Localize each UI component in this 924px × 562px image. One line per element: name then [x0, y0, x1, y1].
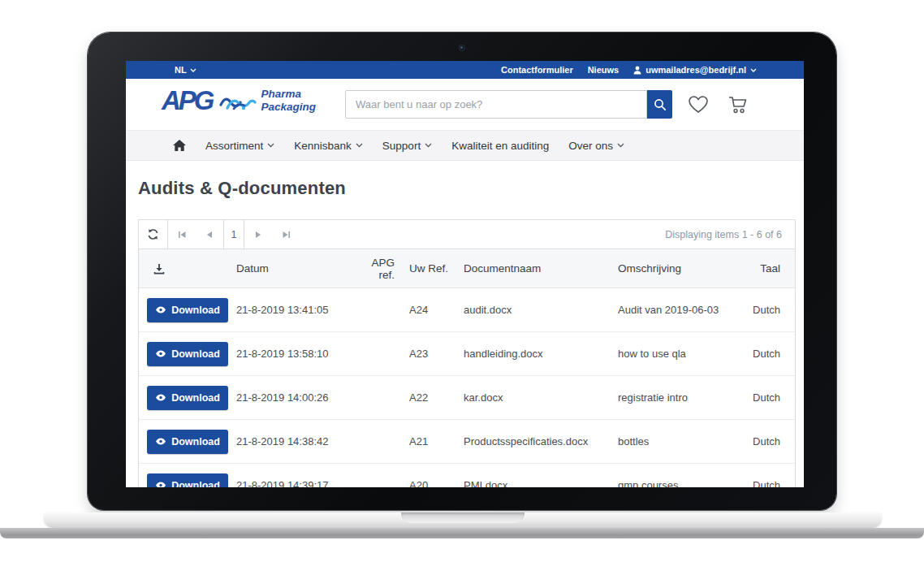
wishlist-button[interactable] — [688, 95, 709, 114]
download-button[interactable]: Download — [147, 386, 228, 410]
webcam — [459, 45, 465, 51]
cell-datum: 21-8-2019 14:00:26 — [236, 391, 354, 404]
dna-helix-icon — [219, 92, 257, 113]
browser-screen: NL Contactformulier Nieuws uwmailadres@b… — [126, 61, 804, 487]
nav-label: Kwaliteit en auditing — [451, 140, 549, 152]
download-button[interactable]: Download — [147, 342, 228, 366]
main-nav: Assortiment Kennisbank Support Kwaliteit… — [126, 130, 804, 161]
cell-taal: Dutch — [752, 435, 795, 447]
search-input[interactable] — [345, 90, 647, 119]
chevron-down-icon — [356, 143, 363, 148]
cell-omschrijving: gmp courses — [618, 479, 752, 487]
download-button-label: Download — [171, 348, 220, 360]
download-button[interactable]: Download — [147, 430, 228, 454]
cell-taal: Dutch — [752, 391, 795, 404]
table-header-row: Datum APG ref. Uw Ref. Documentnaam Omsc… — [139, 249, 795, 288]
next-page-button[interactable] — [244, 220, 272, 249]
documents-table: 1 Displaying items 1 - 6 of 6 Datum APG … — [138, 219, 796, 487]
eye-icon — [155, 438, 166, 445]
nav-item-assortiment[interactable]: Assortiment — [205, 140, 274, 152]
cart-icon — [727, 95, 748, 115]
nav-item-over-ons[interactable]: Over ons — [568, 140, 624, 152]
chevron-down-icon — [190, 68, 196, 72]
table-row: Download 21-8-2019 13:58:10 A23 handleid… — [139, 332, 795, 376]
home-icon — [173, 140, 186, 151]
nav-label: Support — [382, 140, 421, 152]
laptop-mockup: NL Contactformulier Nieuws uwmailadres@b… — [0, 0, 924, 562]
topbar-link-contactformulier[interactable]: Contactformulier — [501, 65, 573, 75]
eye-icon — [155, 306, 166, 313]
cell-documentnaam: PMI.docx — [464, 479, 618, 487]
laptop-base-edge — [0, 528, 924, 538]
cell-taal: Dutch — [752, 348, 795, 360]
chevron-down-icon — [425, 143, 432, 148]
table-row: Download 21-8-2019 14:39:17 A20 PMI.docx… — [139, 464, 795, 487]
first-page-button[interactable] — [168, 220, 196, 249]
logo-wordmark: APG — [162, 87, 213, 114]
page-number[interactable]: 1 — [223, 220, 244, 249]
download-button-label: Download — [171, 480, 220, 488]
cell-documentnaam: kar.docx — [464, 391, 618, 404]
column-header-omschrijving[interactable]: Omschrijving — [618, 262, 752, 275]
account-email: uwmailadres@bedrijf.nl — [646, 65, 746, 75]
chevron-down-icon — [750, 68, 757, 72]
topbar-link-nieuws[interactable]: Nieuws — [588, 65, 620, 75]
cell-taal: Dutch — [752, 479, 795, 487]
download-button[interactable]: Download — [147, 473, 228, 488]
download-button-label: Download — [171, 305, 220, 316]
cell-uw-ref: A20 — [395, 479, 464, 487]
cell-datum: 21-8-2019 14:39:17 — [236, 479, 354, 487]
account-menu[interactable]: uwmailadres@bedrijf.nl — [633, 65, 757, 75]
eye-icon — [155, 350, 166, 357]
column-header-documentnaam[interactable]: Documentnaam — [464, 262, 618, 275]
nav-item-kwaliteit-en-auditing[interactable]: Kwaliteit en auditing — [451, 140, 549, 152]
logo-tagline-line2: Packaging — [261, 101, 317, 113]
table-row: Download 21-8-2019 14:00:26 A22 kar.docx… — [139, 376, 795, 420]
download-button-label: Download — [171, 436, 220, 447]
logo-tagline-line1: Pharma — [261, 88, 302, 100]
nav-label: Over ons — [568, 140, 613, 152]
download-button[interactable]: Download — [147, 298, 228, 322]
cell-datum: 21-8-2019 13:41:05 — [236, 304, 354, 316]
download-button-label: Download — [171, 392, 220, 404]
nav-item-support[interactable]: Support — [382, 140, 432, 152]
site-header: APG Pharma Packaging — [126, 79, 804, 130]
prev-page-button[interactable] — [196, 220, 223, 249]
download-column-icon-cell — [139, 263, 236, 275]
column-header-uw-ref[interactable]: Uw Ref. — [395, 262, 464, 275]
cell-omschrijving: Audit van 2019-06-03 — [618, 304, 752, 316]
cell-datum: 21-8-2019 13:58:10 — [236, 348, 354, 360]
chevron-down-icon — [617, 143, 624, 148]
language-selector[interactable]: NL — [175, 65, 196, 75]
column-header-taal[interactable]: Taal — [752, 262, 795, 275]
cell-documentnaam: Productsspecificaties.docx — [464, 435, 618, 447]
page-title: Audits & Q-documenten — [138, 178, 346, 199]
top-utility-bar: NL Contactformulier Nieuws uwmailadres@b… — [126, 61, 804, 79]
apg-logo[interactable]: APG Pharma Packaging — [162, 87, 316, 114]
last-page-button[interactable] — [272, 220, 300, 249]
cell-datum: 21-8-2019 14:38:42 — [236, 435, 354, 447]
cell-uw-ref: A21 — [395, 435, 464, 447]
eye-icon — [155, 394, 166, 401]
logo-tagline: Pharma Packaging — [261, 88, 317, 113]
nav-item-kennisbank[interactable]: Kennisbank — [294, 140, 363, 152]
column-header-datum[interactable]: Datum — [236, 262, 354, 275]
cell-omschrijving: bottles — [618, 435, 752, 447]
refresh-button[interactable] — [139, 220, 168, 249]
table-row: Download 21-8-2019 13:41:05 A24 audit.do… — [139, 288, 795, 332]
chevron-down-icon — [267, 143, 274, 148]
cart-button[interactable] — [727, 95, 748, 115]
search-button[interactable] — [647, 90, 672, 119]
pagination-status: Displaying items 1 - 6 of 6 — [665, 229, 795, 240]
heart-icon — [688, 95, 709, 114]
download-icon — [153, 263, 236, 275]
cell-uw-ref: A24 — [395, 304, 464, 316]
user-icon — [633, 66, 641, 75]
cell-documentnaam: handleiding.docx — [464, 348, 618, 360]
cell-omschrijving: registratie intro — [618, 391, 752, 404]
column-header-apg-ref[interactable]: APG ref. — [354, 257, 395, 281]
nav-label: Kennisbank — [294, 140, 352, 152]
nav-home[interactable] — [173, 140, 186, 151]
table-row: Download 21-8-2019 14:38:42 A21 Products… — [139, 420, 795, 464]
cell-omschrijving: how to use qla — [618, 348, 752, 360]
